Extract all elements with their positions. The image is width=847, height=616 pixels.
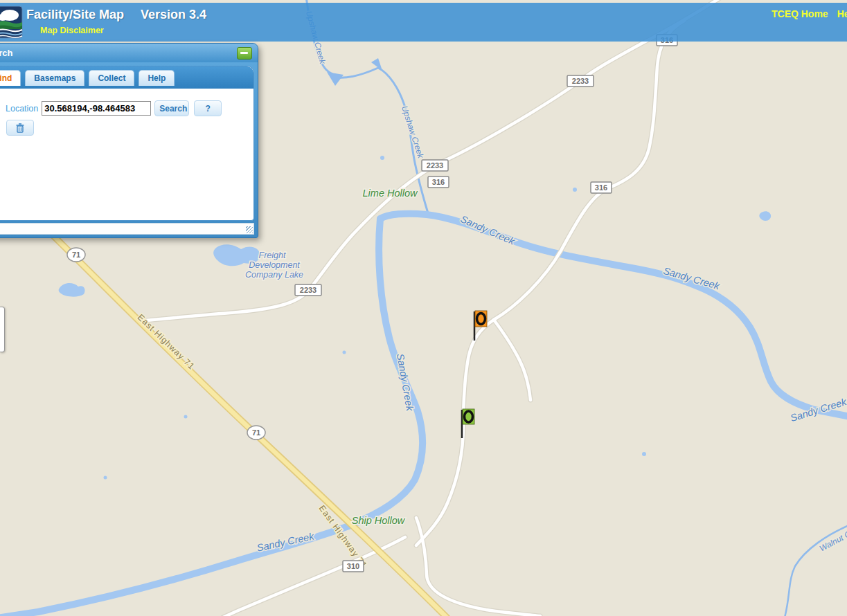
header-links: TCEQ Home Help bbox=[772, 8, 847, 19]
svg-text:2233: 2233 bbox=[572, 77, 589, 85]
tab-find[interactable]: Find bbox=[0, 70, 21, 86]
clear-button[interactable] bbox=[6, 120, 34, 136]
tab-collect[interactable]: Collect bbox=[89, 70, 134, 86]
version-label: Version 3.4 bbox=[141, 8, 206, 22]
panel-titlebar[interactable]: Search bbox=[0, 44, 258, 62]
location-label: Location bbox=[6, 104, 38, 114]
tab-basemaps[interactable]: Basemaps bbox=[25, 70, 84, 86]
search-panel: Search Find Basemaps Collect Help Locati… bbox=[0, 43, 258, 238]
find-tab-content: Location Search ? bbox=[0, 89, 253, 136]
tceq-logo-icon bbox=[0, 6, 24, 39]
route-shield: 2233 bbox=[295, 284, 321, 296]
svg-text:Development: Development bbox=[249, 260, 300, 270]
route-shield: 316 bbox=[428, 176, 449, 188]
svg-text:316: 316 bbox=[432, 178, 445, 186]
svg-text:c: c bbox=[466, 413, 470, 421]
panel-statusbar bbox=[0, 223, 254, 235]
svg-text:71: 71 bbox=[252, 428, 260, 437]
minimize-button[interactable] bbox=[237, 47, 252, 60]
help-question-button[interactable]: ? bbox=[194, 100, 222, 116]
svg-text:2233: 2233 bbox=[427, 161, 443, 170]
route-shield: 2233 bbox=[422, 160, 448, 171]
route-shield: 316 bbox=[591, 182, 612, 193]
help-link[interactable]: Help bbox=[837, 8, 847, 19]
app-header: Facility/Site Map Version 3.4 Map Discla… bbox=[0, 3, 847, 42]
page-title: Facility/Site Map bbox=[26, 8, 124, 22]
svg-text:316: 316 bbox=[595, 183, 607, 192]
route-shield: 310 bbox=[343, 561, 364, 572]
svg-text:Freight: Freight bbox=[259, 251, 286, 260]
location-input[interactable] bbox=[42, 101, 151, 116]
trash-icon bbox=[16, 123, 24, 133]
map-disclaimer-link[interactable]: Map Disclaimer bbox=[40, 26, 104, 35]
panel-body: Find Basemaps Collect Help Location Sear… bbox=[0, 66, 254, 221]
map-label: Ship Hollow bbox=[352, 515, 406, 526]
svg-text:71: 71 bbox=[72, 251, 80, 259]
highway-shield: 71 bbox=[67, 248, 85, 262]
svg-text:310: 310 bbox=[347, 562, 359, 570]
tab-help[interactable]: Help bbox=[139, 70, 175, 86]
svg-text:2233: 2233 bbox=[300, 286, 316, 294]
left-edge-panel[interactable] bbox=[0, 307, 5, 352]
highway-shield: 71 bbox=[247, 426, 265, 440]
search-button[interactable]: Search bbox=[154, 100, 189, 116]
map-label: Lime Hollow bbox=[363, 188, 418, 199]
route-shield: 2233 bbox=[567, 75, 594, 87]
svg-text:Company Lake: Company Lake bbox=[245, 270, 303, 280]
tceq-home-link[interactable]: TCEQ Home bbox=[772, 8, 828, 19]
tab-bar: Find Basemaps Collect Help bbox=[0, 66, 253, 89]
resize-handle[interactable] bbox=[246, 226, 253, 233]
panel-title: Search bbox=[0, 44, 258, 62]
